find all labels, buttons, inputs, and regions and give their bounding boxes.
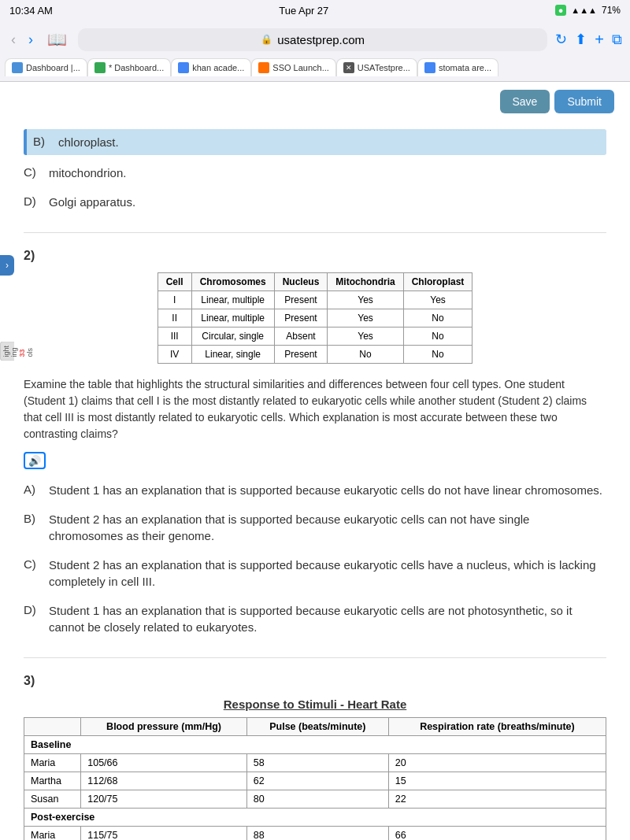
tabs-icon[interactable]: ⧉ — [612, 31, 622, 48]
table-row: ILinear, multiplePresentYesYes — [158, 291, 472, 309]
browser-chrome: ‹ › 📖 🔒 usatestprep.com ↻ ⬆ + ⧉ Dashboar… — [0, 20, 630, 82]
nav-arrows: ‹ › — [8, 30, 36, 50]
q2-letter-a: A) — [24, 482, 39, 496]
tab-label-sso: SSO Launch... — [272, 63, 329, 72]
option-text-b: chloroplast. — [58, 134, 119, 150]
save-button[interactable]: Save — [500, 90, 550, 113]
rth-subject — [24, 718, 81, 736]
option-text-c: mitochondrion. — [49, 165, 126, 181]
rth-bp: Blood pressure (mm/Hg) — [81, 718, 247, 736]
tab-label-khan: khan acade... — [192, 63, 244, 72]
th-cell: Cell — [158, 273, 191, 291]
rth-pulse: Pulse (beats/minute) — [246, 718, 388, 736]
bookmarks-icon[interactable]: 📖 — [44, 28, 70, 50]
drawer-tab[interactable]: › — [0, 255, 14, 276]
option-letter-c: C) — [24, 165, 39, 179]
tab-favicon-usatestprep: ✕ — [343, 62, 354, 73]
table-row: Maria115/758866 — [24, 827, 606, 841]
question1-section: B) chloroplast. C) mitochondrion. D) Gol… — [24, 129, 606, 216]
tab-favicon-stomata — [424, 62, 435, 73]
new-tab-icon[interactable]: + — [595, 31, 604, 49]
th-chromosomes: Chromosomes — [191, 273, 274, 291]
answer-option-d[interactable]: D) Golgi apparatus. — [24, 187, 606, 216]
battery-percent: 71% — [602, 5, 621, 16]
tab-favicon-dashboard1 — [12, 62, 23, 73]
response-table: Blood pressure (mm/Hg) Pulse (beats/minu… — [24, 717, 606, 840]
question2-body: Examine the table that highlights the st… — [24, 376, 606, 442]
tab-label-dashboard2: * Dashboard... — [109, 63, 164, 72]
submit-button[interactable]: Submit — [554, 90, 614, 113]
browser-tabs: Dashboard |... * Dashboard... khan acade… — [0, 58, 630, 81]
question2-options: A) Student 1 has an explanation that is … — [24, 476, 606, 642]
tab-dashboard2[interactable]: * Dashboard... — [87, 58, 171, 76]
lock-icon: 🔒 — [261, 34, 272, 45]
answer-option-b[interactable]: B) chloroplast. — [24, 129, 606, 155]
tab-favicon-sso — [258, 62, 269, 73]
question3-section: 3) Response to Stimuli - Heart Rate Bloo… — [24, 674, 606, 840]
tab-label-stomata: stomata are... — [439, 63, 491, 72]
table-row: Martha112/686215 — [24, 772, 606, 790]
question2-section: 2) Cell Chromosomes Nucleus Mitochondria… — [24, 249, 606, 642]
divider-2 — [24, 657, 606, 658]
share-icon[interactable]: ⬆ — [575, 31, 587, 48]
tab-label-usatestprep: USATestpre... — [358, 63, 410, 72]
battery-green-icon: ● — [555, 5, 567, 16]
tab-favicon-dashboard2 — [94, 62, 106, 73]
status-right: ● ▲▲▲ 71% — [555, 5, 621, 16]
status-day: Tue Apr 27 — [279, 5, 328, 17]
q2-text-d: Student 1 has an explanation that is sup… — [49, 602, 606, 635]
q2-option-d[interactable]: D) Student 1 has an explanation that is … — [24, 596, 606, 642]
tab-usatestprep[interactable]: ✕ USATestpre... — [336, 58, 417, 76]
q2-letter-d: D) — [24, 602, 39, 616]
table-row: IVLinear, singlePresentNoNo — [158, 346, 472, 364]
section-row: Post-exercise — [24, 809, 606, 827]
table-row: IILinear, multiplePresentYesNo — [158, 309, 472, 327]
forward-button[interactable]: › — [25, 30, 36, 50]
wifi-icon: ▲▲▲ — [571, 6, 597, 15]
tab-stomata[interactable]: stomata are... — [417, 58, 498, 76]
option-letter-b: B) — [33, 134, 49, 148]
q2-text-a: Student 1 has an explanation that is sup… — [49, 482, 602, 498]
tab-favicon-khan — [178, 62, 189, 73]
status-bar: 10:34 AM Tue Apr 27 ● ▲▲▲ 71% — [0, 0, 630, 20]
url-bar[interactable]: 🔒 usatestprep.com — [78, 28, 547, 51]
th-nucleus: Nucleus — [274, 273, 328, 291]
q2-text-c: Student 2 has an explanation that is sup… — [49, 557, 606, 590]
table-row: Susan120/758022 — [24, 790, 606, 809]
rth-resp: Respiration rate (breaths/minute) — [388, 718, 606, 736]
status-time: 10:34 AM — [9, 5, 53, 17]
question2-table: Cell Chromosomes Nucleus Mitochondria Ch… — [158, 272, 473, 364]
tab-sso[interactable]: SSO Launch... — [251, 58, 336, 76]
refresh-icon[interactable]: ↻ — [555, 31, 567, 48]
side-panel[interactable]: ight ing 33 ols — [0, 342, 14, 361]
q2-option-a[interactable]: A) Student 1 has an explanation that is … — [24, 476, 606, 505]
option-text-d: Golgi apparatus. — [49, 194, 135, 210]
answer-option-c[interactable]: C) mitochondrion. — [24, 158, 606, 187]
th-chloroplast: Chloroplast — [403, 273, 472, 291]
th-mitochondria: Mitochondria — [328, 273, 403, 291]
q2-option-b[interactable]: B) Student 2 has an explanation that is … — [24, 505, 606, 550]
question3-num: 3) — [24, 674, 606, 688]
q2-letter-b: B) — [24, 511, 39, 525]
option-letter-d: D) — [24, 194, 39, 208]
table-row: Maria105/665820 — [24, 754, 606, 772]
q2-text-b: Student 2 has an explanation that is sup… — [49, 511, 606, 544]
nav-bar: ‹ › 📖 🔒 usatestprep.com ↻ ⬆ + ⧉ — [0, 20, 630, 58]
q2-option-c[interactable]: C) Student 2 has an explanation that is … — [24, 550, 606, 596]
page-content: Save Submit › ight ing 33 ols B) chlorop… — [0, 82, 630, 840]
url-text: usatestprep.com — [277, 33, 365, 46]
divider-1 — [24, 232, 606, 233]
question2-num: 2) — [24, 249, 606, 263]
tab-label-dashboard1: Dashboard |... — [26, 63, 80, 72]
tab-khan[interactable]: khan acade... — [171, 58, 251, 76]
tab-dashboard1[interactable]: Dashboard |... — [5, 58, 87, 76]
speaker-icon: 🔊 — [28, 455, 41, 467]
back-button[interactable]: ‹ — [8, 30, 19, 50]
table-row: IIICircular, singleAbsentYesNo — [158, 327, 472, 346]
audio-button[interactable]: 🔊 — [24, 452, 46, 469]
section-row: Baseline — [24, 736, 606, 754]
action-buttons: Save Submit — [500, 90, 615, 113]
q2-letter-c: C) — [24, 557, 39, 571]
table-title: Response to Stimuli - Heart Rate — [24, 698, 606, 711]
